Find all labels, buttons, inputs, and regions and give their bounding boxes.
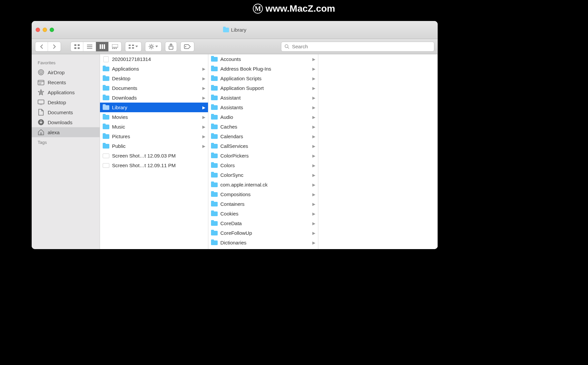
file-row[interactable]: Address Book Plug-Ins▶: [208, 64, 318, 74]
search-input[interactable]: [292, 44, 431, 49]
folder-icon: [211, 221, 218, 226]
folder-icon: [211, 134, 218, 139]
sidebar-item-alexa[interactable]: alexa: [32, 127, 100, 137]
chevron-right-icon: ▶: [312, 76, 315, 81]
file-row[interactable]: CoreData▶: [208, 218, 318, 228]
file-row[interactable]: Favorites▶: [208, 247, 318, 249]
sidebar-item-airdrop[interactable]: AirDrop: [32, 67, 100, 77]
search-field[interactable]: [281, 42, 434, 52]
file-row-label: Applications: [112, 66, 200, 72]
sidebar-item-recents[interactable]: Recents: [32, 77, 100, 87]
folder-icon: [211, 192, 218, 197]
svg-rect-12: [114, 48, 115, 49]
file-row[interactable]: Calendars▶: [208, 132, 318, 141]
file-row[interactable]: Application Support▶: [208, 83, 318, 93]
file-row-label: CallServices: [220, 143, 310, 149]
svg-rect-43: [40, 133, 42, 135]
sidebar-item-desktop[interactable]: Desktop: [32, 97, 100, 107]
file-row[interactable]: Assistants▶: [208, 103, 318, 112]
column-view-button[interactable]: [96, 42, 109, 51]
tags-button[interactable]: [180, 42, 194, 52]
file-row[interactable]: Music▶: [100, 122, 208, 132]
file-row[interactable]: CoreFollowUp▶: [208, 228, 318, 238]
fullscreen-button[interactable]: [50, 28, 54, 32]
file-row[interactable]: 20200127181314: [100, 54, 208, 64]
file-row[interactable]: Audio▶: [208, 112, 318, 122]
column-2[interactable]: Accounts▶Address Book Plug-Ins▶Applicati…: [208, 54, 318, 249]
file-row[interactable]: Caches▶: [208, 122, 318, 132]
file-row-label: Audio: [220, 114, 310, 120]
file-row[interactable]: Pictures▶: [100, 132, 208, 141]
chevron-right-icon: ▶: [312, 231, 315, 235]
share-button[interactable]: [165, 42, 177, 52]
sidebar-item-downloads[interactable]: Downloads: [32, 117, 100, 127]
file-row[interactable]: ColorPickers▶: [208, 151, 318, 161]
watermark-text: www.MacZ.com: [265, 3, 335, 14]
file-row[interactable]: Desktop▶: [100, 74, 208, 83]
file-row[interactable]: Colors▶: [208, 161, 318, 170]
share-icon: [169, 44, 173, 50]
file-row[interactable]: Containers▶: [208, 199, 318, 209]
sidebar-item-label: AirDrop: [48, 70, 65, 75]
window-title-text: Library: [231, 27, 246, 33]
folder-icon: [211, 105, 218, 110]
file-row[interactable]: ColorSync▶: [208, 170, 318, 180]
close-button[interactable]: [36, 28, 40, 32]
file-row-label: Pictures: [112, 134, 200, 139]
file-row[interactable]: Screen Shot…t 12.09.11 PM: [100, 161, 208, 170]
file-row[interactable]: Applications▶: [100, 64, 208, 74]
file-row-label: Screen Shot…t 12.09.11 PM: [112, 163, 205, 168]
file-row[interactable]: Dictionaries▶: [208, 238, 318, 247]
chevron-right-icon: ▶: [312, 125, 315, 129]
folder-icon: [211, 173, 218, 178]
file-row-label: Accounts: [220, 56, 310, 62]
file-row[interactable]: Assistant▶: [208, 93, 318, 103]
file-row[interactable]: Compositions▶: [208, 189, 318, 199]
folder-icon: [103, 105, 109, 110]
minimize-button[interactable]: [43, 28, 47, 32]
file-row[interactable]: CallServices▶: [208, 141, 318, 151]
group-by-button[interactable]: [125, 42, 142, 52]
sidebar-section-label: Favorites: [32, 58, 100, 67]
icon-view-button[interactable]: [71, 42, 83, 51]
file-row-label: Calendars: [220, 134, 310, 139]
forward-button[interactable]: [48, 42, 61, 51]
gallery-view-button[interactable]: [109, 42, 121, 51]
chevron-right-icon: ▶: [312, 96, 315, 100]
folder-icon: [211, 163, 218, 168]
back-button[interactable]: [35, 42, 48, 51]
file-row-label: Public: [112, 143, 200, 149]
file-row[interactable]: Movies▶: [100, 112, 208, 122]
list-view-button[interactable]: [83, 42, 96, 51]
file-row[interactable]: Accounts▶: [208, 54, 318, 64]
file-row-label: Screen Shot…t 12.09.03 PM: [112, 153, 205, 159]
chevron-right-icon: ▶: [312, 115, 315, 120]
column-1[interactable]: 20200127181314Applications▶Desktop▶Docum…: [100, 54, 208, 249]
sidebar-item-documents[interactable]: Documents: [32, 107, 100, 117]
folder-icon: [103, 67, 109, 71]
file-row[interactable]: Application Scripts▶: [208, 74, 318, 83]
folder-icon: [211, 182, 218, 187]
file-row[interactable]: Downloads▶: [100, 93, 208, 103]
file-row[interactable]: Screen Shot…t 12.09.03 PM: [100, 151, 208, 161]
svg-rect-10: [112, 44, 118, 47]
sidebar-item-applications[interactable]: AApplications: [32, 87, 100, 97]
file-row[interactable]: Cookies▶: [208, 209, 318, 218]
file-row[interactable]: Documents▶: [100, 83, 208, 93]
toolbar: [32, 39, 438, 54]
chevron-left-icon: [40, 44, 43, 49]
chevron-right-icon: ▶: [312, 67, 315, 71]
column-3[interactable]: [318, 54, 438, 249]
file-row[interactable]: Library▶: [100, 103, 208, 112]
file-row-label: CoreData: [220, 220, 310, 226]
folder-icon: [223, 28, 229, 32]
chevron-right-icon: ▶: [312, 192, 315, 197]
folder-icon: [103, 115, 109, 120]
svg-line-26: [153, 45, 153, 45]
file-row[interactable]: Public▶: [100, 141, 208, 151]
chevron-right-icon: ▶: [312, 105, 315, 110]
action-button[interactable]: [145, 42, 162, 52]
sidebar-item-label: Downloads: [48, 120, 72, 125]
file-row[interactable]: com.apple.internal.ck▶: [208, 180, 318, 189]
watermark: M www.MacZ.com: [253, 3, 335, 14]
